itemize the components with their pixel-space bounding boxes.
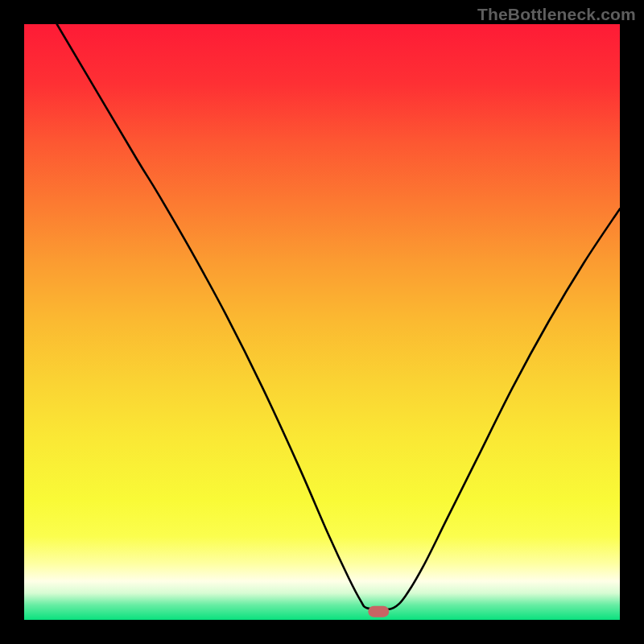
chart-frame: TheBottleneck.com — [0, 0, 644, 644]
bottleneck-curve — [24, 24, 620, 620]
plot-area — [24, 24, 620, 620]
watermark-text: TheBottleneck.com — [477, 5, 636, 24]
optimum-marker — [368, 606, 389, 617]
